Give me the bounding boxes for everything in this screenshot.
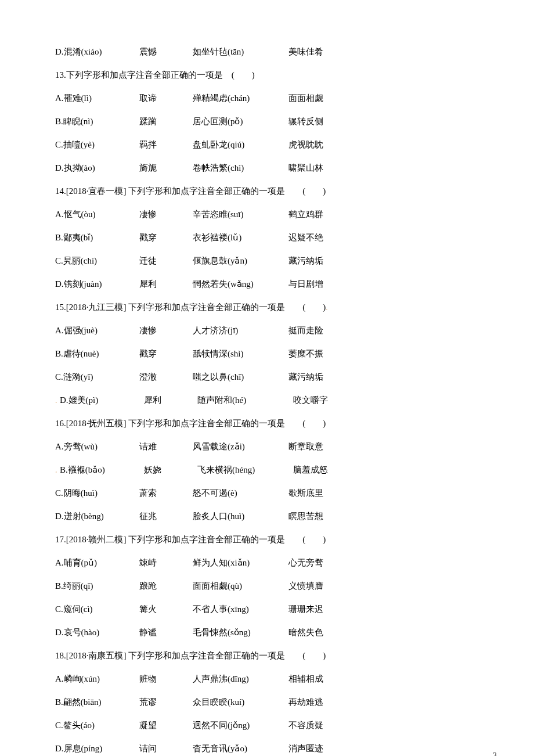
option-col-d: 虎视眈眈: [288, 139, 323, 150]
option-line: A.怄气(òu)凄惨辛苦恣睢(suī)鹤立鸡群: [55, 209, 479, 220]
question-text: 15.[2018·九江三模] 下列字形和加点字注音全部正确的一项是 ( ): [55, 303, 326, 312]
option-col-c: 衣衫褴褛(lǔ): [193, 232, 288, 243]
option-line: C.阴晦(huì)萧索怒不可遏(è)歇斯底里: [55, 488, 479, 499]
option-col-c: 毛骨悚然(sǒng): [193, 627, 288, 638]
option-col-d: 迟疑不绝: [288, 232, 323, 243]
content-area: D.混淆(xiáo)震憾如坐针毡(tān)美味佳肴13.下列字形和加点字注音全部…: [55, 46, 479, 754]
option-col-a: B.翩然(biān): [55, 697, 139, 708]
option-line: B.睥睨(nì)蹂躏居心叵测(pǒ)辗转反侧: [55, 116, 479, 127]
option-col-a: D.迸射(bèng): [55, 511, 139, 522]
option-col-d: 义愤填膺: [288, 581, 323, 592]
option-col-a: D.哀号(hào): [55, 627, 139, 638]
option-col-c: 辛苦恣睢(suī): [193, 209, 288, 220]
option-col-a: D.混淆(xiáo): [55, 46, 139, 57]
option-col-c: 舐犊情深(shì): [193, 348, 288, 359]
option-line: D.迸射(bèng)征兆脍炙人口(huì)瞑思苦想: [55, 511, 479, 522]
option-line: A.倔强(juè)凄惨人才济济(jī)挺而走险: [55, 325, 479, 336]
option-col-c: 人声鼎沸(dīng): [193, 674, 288, 685]
option-col-b: 蹂躏: [139, 116, 193, 127]
option-col-c: 人才济济(jī): [193, 325, 288, 336]
option-col-d: 萎糜不振: [288, 348, 323, 359]
option-col-d: 啸聚山林: [288, 163, 323, 174]
option-col-b: 戳穿: [139, 232, 193, 243]
option-col-a: A.嶙峋(xún): [55, 674, 139, 685]
option-col-a: A.旁骛(wù): [55, 441, 139, 452]
option-col-c: 众目睽睽(kuí): [193, 697, 288, 708]
option-col-a: B.襁褓(bǎo): [60, 465, 144, 476]
option-col-b: 踉跄: [139, 581, 193, 592]
option-col-a: D.屏息(píng): [55, 743, 139, 754]
option-col-b: 凝望: [139, 720, 193, 731]
option-col-d: 咬文嚼字: [293, 395, 328, 406]
option-line: D.镌刻(juàn)犀利惘然若失(wǎng)与日剧增: [55, 279, 479, 290]
option-col-b: 荒谬: [139, 697, 193, 708]
option-col-c: 飞来横祸(héng): [197, 465, 293, 476]
option-line: B.绮丽(qī)踉跄面面相觑(qù)义愤填膺: [55, 581, 479, 592]
option-col-b: 篝火: [139, 604, 193, 615]
option-col-a: D.镌刻(juàn): [55, 279, 139, 290]
option-col-a: B.睥睨(nì): [55, 116, 139, 127]
option-col-a: B.鄙夷(bǐ): [55, 232, 139, 243]
option-col-d: 挺而走险: [288, 325, 323, 336]
option-col-c: 盘虬卧龙(qiú): [193, 139, 288, 150]
option-line: A.嶙峋(xún)赃物人声鼎沸(dīng)相辅相成: [55, 674, 479, 685]
option-col-c: 居心叵测(pǒ): [193, 116, 288, 127]
option-col-b: 戳穿: [139, 348, 193, 359]
option-col-d: 美味佳肴: [288, 46, 323, 57]
option-col-c: 怒不可遏(è): [193, 488, 288, 499]
page-number: 3: [493, 751, 497, 756]
option-col-b: 取谛: [139, 93, 193, 104]
question-text: 14.[2018·宜春一模] 下列字形和加点字注音全部正确的一项是 ( ): [55, 186, 326, 196]
option-col-b: 震憾: [139, 46, 193, 57]
option-line: B.虐待(nuè)戳穿舐犊情深(shì)萎糜不振: [55, 348, 479, 359]
option-col-b: 赃物: [139, 674, 193, 685]
option-col-b: 澄澈: [139, 372, 193, 383]
option-col-a: C.旯丽(chì): [55, 255, 139, 267]
option-col-d: 心无旁骛: [288, 557, 323, 568]
option-col-a: C.窥伺(cì): [55, 604, 139, 615]
option-col-a: A.怄气(òu): [55, 209, 139, 220]
option-col-d: 珊珊来迟: [288, 604, 323, 615]
option-col-d: 鹤立鸡群: [288, 209, 323, 220]
option-line: 。D.媲美(pì)犀利随声附和(hé)咬文嚼字: [55, 395, 479, 406]
option-col-c: 惘然若失(wǎng): [193, 279, 288, 290]
option-col-d: 辗转反侧: [288, 116, 323, 127]
option-col-a: C.涟漪(yī): [55, 372, 139, 383]
option-col-c: 脍炙人口(huì): [193, 511, 288, 522]
option-col-a: A.罹难(lì): [55, 93, 139, 104]
question-text: 16.[2018·抚州五模] 下列字形和加点字注音全部正确的一项是 ( ): [55, 419, 326, 428]
option-col-a: D.媲美(pì): [60, 395, 144, 406]
option-col-d: 与日剧增: [288, 279, 323, 290]
question-line: 15.[2018·九江三模] 下列字形和加点字注音全部正确的一项是 ( )。: [55, 302, 479, 313]
option-col-d: 相辅相成: [288, 674, 323, 685]
option-col-d: 再劫难逃: [288, 697, 323, 708]
option-col-a: D.执拗(ào): [55, 163, 139, 174]
option-col-a: A.哺育(pǔ): [55, 557, 139, 568]
option-col-b: 萧索: [139, 488, 193, 499]
option-line: D.屏息(píng)诘问杳无音讯(yǎo)消声匿迹: [55, 743, 479, 754]
option-col-a: C.阴晦(huì): [55, 488, 139, 499]
option-line: B.翩然(biān)荒谬众目睽睽(kuí)再劫难逃: [55, 697, 479, 708]
option-col-c: 如坐针毡(tān): [193, 46, 288, 57]
option-line: D.执拗(ào)旖旎卷帙浩繁(chì)啸聚山林: [55, 163, 479, 174]
question-line: 18.[2018·南康五模] 下列字形和加点字注音全部正确的一项是 ( ): [55, 650, 479, 661]
option-line: A.旁骛(wù)诘难风雪载途(zǎi)断章取意: [55, 441, 479, 452]
option-line: B.鄙夷(bǐ)戳穿衣衫褴褛(lǔ)迟疑不绝: [55, 232, 479, 243]
option-col-c: 鲜为人知(xiǎn): [193, 557, 288, 568]
option-col-b: 犀利: [139, 279, 193, 290]
option-col-a: B.虐待(nuè): [55, 348, 139, 359]
option-col-c: 杳无音讯(yǎo): [193, 743, 288, 754]
option-col-b: 诘难: [139, 441, 193, 452]
option-col-b: 犀利: [144, 395, 197, 406]
option-col-c: 风雪载途(zǎi): [193, 441, 288, 452]
option-col-b: 竦峙: [139, 557, 193, 568]
option-col-c: 随声附和(hé): [197, 395, 293, 406]
option-col-b: 凄惨: [139, 209, 193, 220]
option-line: C.涟漪(yī)澄澈嗤之以鼻(chī)藏污纳垢: [55, 372, 479, 383]
option-col-d: 面面相觑: [288, 93, 323, 104]
option-col-d: 不容质疑: [288, 720, 323, 731]
option-col-b: 羁拌: [139, 139, 193, 150]
question-line: 13.下列字形和加点字注音全部正确的一项是 ( ): [55, 70, 479, 81]
option-col-d: 藏污纳垢: [288, 255, 323, 267]
option-col-b: 迁徒: [139, 255, 193, 267]
